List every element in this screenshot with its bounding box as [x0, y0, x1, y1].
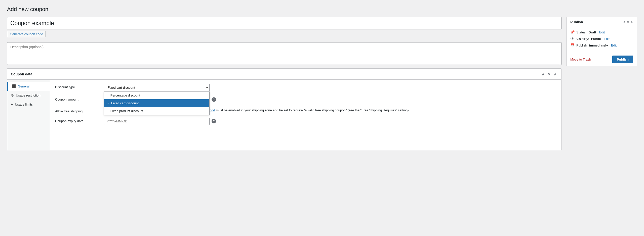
publish-label: Publish	[576, 43, 587, 47]
coupon-amount-label: Coupon amount	[55, 96, 100, 101]
general-icon: ⬛	[12, 84, 16, 88]
tab-general[interactable]: ⬛ General	[7, 82, 50, 91]
tab-usage-restriction[interactable]: ⊘ Usage restriction	[7, 91, 50, 100]
tab-usage-limits[interactable]: + Usage limits	[7, 100, 50, 109]
usage-limits-icon: +	[11, 102, 13, 106]
dropdown-option-percentage[interactable]: Percentage discount	[104, 91, 209, 99]
discount-type-dropdown-options: Percentage discount ✓ Fixed cart discoun…	[104, 91, 210, 115]
publish-header-controls: ∧ ∨ ∧	[623, 20, 633, 24]
visibility-icon: 👁	[570, 37, 574, 41]
coupon-amount-help-icon: ?	[212, 97, 216, 102]
metabox-toggle-button[interactable]: ∧	[553, 71, 558, 77]
publish-footer: Move to Trash Publish	[567, 53, 637, 66]
publish-title: Publish	[570, 20, 583, 24]
dropdown-option-fixed-cart[interactable]: ✓ Fixed cart discount	[104, 99, 209, 107]
free-shipping-text-after: must be enabled in your shipping zone an…	[215, 108, 410, 112]
tab-general-label: General	[18, 84, 29, 88]
publish-collapse-up-button[interactable]: ∧	[623, 20, 626, 24]
publish-time-row: 📅 Publish immediately Edit	[570, 43, 633, 47]
allow-free-shipping-label: Allow free shipping	[55, 108, 100, 113]
coupon-expiry-date-row: Coupon expiry date ?	[55, 118, 556, 125]
description-textarea[interactable]	[7, 42, 561, 65]
fixed-product-label: Fixed product discount	[110, 109, 143, 113]
coupon-title-input[interactable]	[7, 17, 561, 29]
fixed-product-checkmark	[107, 109, 109, 113]
fixed-cart-checkmark: ✓	[107, 102, 110, 105]
dropdown-option-fixed-product[interactable]: Fixed product discount	[104, 107, 209, 115]
publish-box: Publish ∧ ∨ ∧ 📌 Status: Draft Edit 👁 Vis…	[567, 17, 637, 66]
percentage-label: Percentage discount	[110, 93, 140, 97]
publish-status-row: 📌 Status: Draft Edit	[570, 30, 633, 34]
status-icon: 📌	[570, 30, 574, 34]
discount-type-select[interactable]: Percentage discount Fixed cart discount …	[104, 84, 210, 91]
status-value: Draft	[588, 30, 596, 34]
publish-visibility-row: 👁 Visibility: Public Edit	[570, 37, 633, 41]
coupon-data-metabox: Coupon data ∧ ∨ ∧ ⬛ General ⊘ Usage res	[7, 68, 561, 150]
status-label: Status:	[576, 30, 586, 34]
publish-button[interactable]: Publish	[612, 56, 633, 63]
discount-type-dropdown-wrapper: Percentage discount Fixed cart discount …	[104, 84, 210, 91]
coupon-expiry-date-field: ?	[104, 118, 556, 125]
coupon-data-title: Coupon data	[11, 72, 32, 76]
publish-body: 📌 Status: Draft Edit 👁 Visibility: Publi…	[567, 27, 637, 53]
metabox-controls: ∧ ∨ ∧	[541, 71, 558, 77]
usage-restriction-icon: ⊘	[11, 93, 14, 97]
page-title: Add new coupon	[7, 6, 637, 13]
coupon-form-area: Discount type Percentage discount Fixed …	[50, 80, 561, 150]
discount-type-label: Discount type	[55, 84, 100, 89]
publish-time-value: immediately	[589, 43, 608, 47]
visibility-edit-link[interactable]: Edit	[604, 37, 609, 41]
visibility-label: Visibility:	[576, 37, 589, 41]
move-to-trash-link[interactable]: Move to Trash	[570, 58, 591, 61]
coupon-expiry-help-icon: ?	[212, 119, 216, 123]
status-edit-link[interactable]: Edit	[599, 30, 605, 34]
publish-time-edit-link[interactable]: Edit	[611, 43, 617, 47]
publish-toggle-button[interactable]: ∧	[630, 20, 633, 24]
discount-type-field: Percentage discount Fixed cart discount …	[104, 84, 556, 91]
coupon-expiry-date-input[interactable]	[104, 118, 210, 125]
metabox-collapse-up-button[interactable]: ∧	[541, 71, 546, 77]
generate-coupon-code-button[interactable]: Generate coupon code	[7, 31, 46, 37]
percentage-checkmark	[107, 94, 109, 97]
fixed-cart-label: Fixed cart discount	[111, 101, 139, 105]
calendar-icon: 📅	[570, 43, 574, 47]
tab-usage-limits-label: Usage limits	[15, 103, 33, 106]
metabox-collapse-down-button[interactable]: ∨	[547, 71, 552, 77]
coupon-expiry-date-label: Coupon expiry date	[55, 118, 100, 123]
publish-header: Publish ∧ ∨ ∧	[567, 17, 637, 27]
visibility-value: Public	[591, 37, 601, 41]
coupon-data-header: Coupon data ∧ ∨ ∧	[7, 69, 561, 80]
publish-collapse-down-button[interactable]: ∨	[627, 20, 629, 24]
tab-usage-restriction-label: Usage restriction	[16, 93, 41, 97]
discount-type-row: Discount type Percentage discount Fixed …	[55, 84, 556, 91]
coupon-tabs-sidebar: ⬛ General ⊘ Usage restriction + Usage li…	[7, 80, 50, 150]
